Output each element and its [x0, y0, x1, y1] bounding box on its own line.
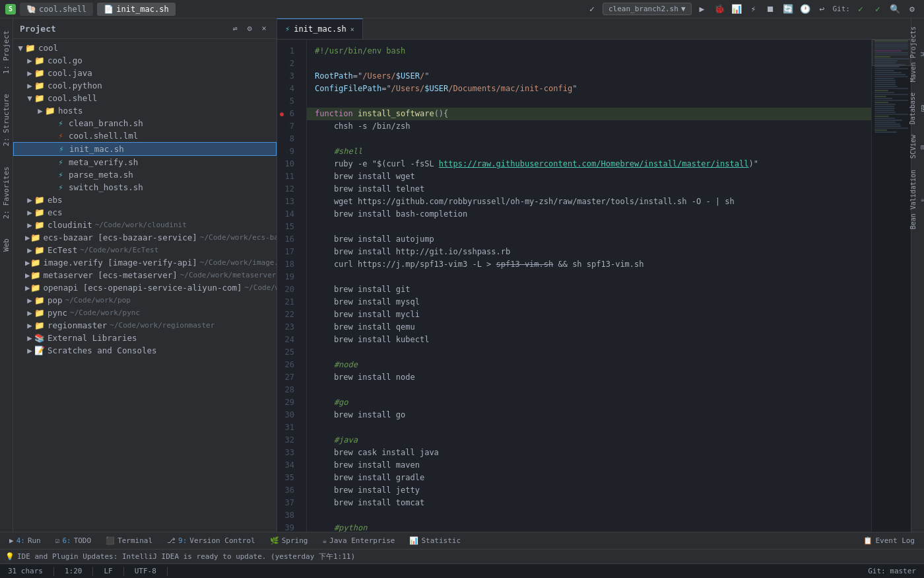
project-panel-header: Project ⇌ ⚙ × [13, 18, 277, 39]
status-chars[interactable]: 31 chars [5, 567, 46, 575]
statistic-tab-icon: 📊 [409, 536, 418, 545]
status-position[interactable]: 1:20 [62, 567, 85, 575]
tree-item-meta-verify[interactable]: ▶ ⚡ meta_verify.sh [13, 156, 277, 168]
tree-item-ecs[interactable]: ▶ 📁 ecs [13, 206, 277, 219]
maven-projects-panel[interactable]: M Maven Projects [908, 21, 925, 87]
tree-item-cool-shell[interactable]: ▼ 📁 cool.shell [13, 92, 277, 104]
panel-hide-btn[interactable]: × [258, 22, 270, 34]
tree-item-regionmaster[interactable]: ▶ 📁 regionmaster ~/Code/work/regionmaste… [13, 319, 277, 332]
tree-item-cool-go[interactable]: ▶ 📁 cool.go [13, 54, 277, 67]
tree-item-cloudinit[interactable]: ▶ 📁 cloudinit ~/Code/work/cloudinit [13, 219, 277, 231]
line-num-21: 21 [277, 296, 300, 308]
tree-item-ext-lib[interactable]: ▶ 📚 External Libraries [13, 332, 277, 344]
code-line-18: curl https://j.mp/spf13-vim3 -L > spf13-… [307, 258, 871, 271]
code-line-11: brew install wget [307, 170, 871, 183]
title-bar: S 🐚 cool.shell 📄 init_mac.sh ✓ clean_bra… [0, 0, 924, 18]
tree-item-metaserver[interactable]: ▶ 📁 metaserver [ecs-metaserver] ~/Code/w… [13, 269, 277, 281]
tree-arrow-ectest: ▶ [25, 245, 34, 255]
tree-item-parse-meta[interactable]: ▶ ⚡ parse_meta.sh [13, 168, 277, 181]
history-button[interactable]: 🕐 [799, 3, 812, 16]
git-check-icon[interactable]: ✓ [854, 3, 867, 16]
tree-item-hosts[interactable]: ▶ 📁 hosts [13, 104, 277, 117]
tree-arrow-ecs-bazaar: ▶ [25, 233, 30, 242]
tree-item-switch-hosts[interactable]: ▶ ⚡ switch_hosts.sh [13, 181, 277, 194]
tree-item-scratches[interactable]: ▶ 📝 Scratches and Consoles [13, 344, 277, 357]
code-line-22: brew install mycli [307, 308, 871, 321]
todo-tab-icon: ☑ [55, 536, 60, 545]
title-tab-init-mac[interactable]: 📄 init_mac.sh [97, 3, 175, 16]
bottom-tab-vcs[interactable]: ⎇ 9: Version Control [160, 534, 262, 547]
code-editor: 1 2 3 4 5 6 7 8 9 10 11 12 13 14 15 16 1… [277, 40, 911, 532]
undo-button[interactable]: ↩ [816, 3, 829, 16]
panel-settings-btn[interactable]: ⚙ [244, 22, 255, 34]
git-ok-icon[interactable]: ✓ [871, 3, 884, 16]
tree-item-cool-shell-lml[interactable]: ▶ ⚡ cool.shell.lml [13, 129, 277, 142]
editor-area: ⚡ init_mac.sh × 1 2 3 4 5 6 7 8 9 10 11 … [277, 18, 911, 532]
status-git[interactable]: Git: master [865, 567, 919, 575]
web-tab-label[interactable]: Web [1, 233, 12, 257]
tree-item-init-mac[interactable]: ▶ ⚡ init_mac.sh [13, 142, 277, 156]
tree-item-clean-branch[interactable]: ▶ ⚡ clean_branch.sh [13, 117, 277, 129]
project-panel-title: Project [20, 24, 56, 34]
tree-item-image-verify[interactable]: ▶ 📁 image.verify [image-verify-api] ~/Co… [13, 256, 277, 269]
tree-item-ecs-bazaar[interactable]: ▶ 📁 ecs-bazaar [ecs-bazaar-service] ~/Co… [13, 231, 277, 244]
vcs-check-icon[interactable]: ✓ [585, 3, 599, 16]
profile-button[interactable]: ⚡ [747, 3, 760, 16]
bean-validation-panel[interactable]: ☕ Bean Validation [908, 164, 925, 235]
tab-close-init-mac[interactable]: × [350, 26, 354, 33]
tree-item-pync[interactable]: ▶ 📁 pync ~/Code/work/pync [13, 307, 277, 319]
panel-collapse-btn[interactable]: ⇌ [229, 22, 241, 34]
bottom-tab-java-enterprise[interactable]: ☕ Java Enterprise [315, 534, 401, 547]
code-content[interactable]: #!/usr/bin/env bash RootPath="/Users/$US… [307, 40, 871, 532]
tab-label-init-mac: init_mac.sh [294, 24, 346, 34]
status-encoding[interactable]: UTF-8 [132, 567, 159, 575]
bottom-tab-run[interactable]: ▶ 4: Run [3, 534, 48, 547]
web-tab[interactable]: Web [0, 229, 13, 261]
status-sep-3 [123, 567, 124, 576]
tree-item-cool-python[interactable]: ▶ 📁 cool.python [13, 79, 277, 92]
project-tab[interactable]: 1: Project [0, 21, 13, 83]
tree-item-pop[interactable]: ▶ 📁 pop ~/Code/work/pop [13, 294, 277, 307]
code-line-30: brew install go [307, 409, 871, 421]
tree-arrow-cool-shell: ▼ [25, 93, 34, 103]
bottom-tab-todo[interactable]: ☑ 6: TODO [49, 534, 98, 547]
bottom-tab-spring[interactable]: 🌿 Spring [263, 534, 315, 547]
title-tab-cool-shell[interactable]: 🐚 cool.shell [20, 3, 93, 16]
tree-label-regionmaster: regionmaster [48, 320, 107, 330]
editor-tab-init-mac[interactable]: ⚡ init_mac.sh × [277, 18, 363, 39]
reload-button[interactable]: 🔄 [781, 3, 795, 16]
tree-item-cool-java[interactable]: ▶ 📁 cool.java [13, 67, 277, 79]
stop-button[interactable]: ⏹ [764, 3, 777, 16]
java-ent-tab-icon: ☕ [322, 536, 327, 545]
folder-icon-cool-python: 📁 [34, 81, 45, 90]
bottom-tab-statistic[interactable]: 📊 Statistic [403, 534, 467, 547]
run-config-selector[interactable]: clean_branch2.sh ▼ [603, 3, 692, 15]
tree-item-ebs[interactable]: ▶ 📁 ebs [13, 194, 277, 206]
folder-icon-cloudinit: 📁 [34, 220, 45, 230]
run-button[interactable]: ▶ [696, 3, 709, 16]
tree-item-openapi[interactable]: ▶ 📁 openapi [ecs-openapi-service-aliyun-… [13, 281, 277, 294]
tree-arrow-cool-go: ▶ [25, 55, 34, 65]
folder-icon-ebs: 📁 [34, 195, 45, 205]
database-panel[interactable]: 🗄 Database [908, 87, 924, 129]
favorites-tab[interactable]: 2: Favorites [0, 157, 13, 228]
search-everywhere-button[interactable]: 🔍 [888, 3, 902, 16]
notification-bar: 💡 IDE and Plugin Updates: IntelliJ IDEA … [0, 549, 924, 563]
structure-tab-label[interactable]: 2: Structure [1, 89, 12, 151]
tree-label-cool-python: cool.python [48, 81, 102, 90]
status-line-ending[interactable]: LF [101, 567, 115, 575]
bottom-tab-event-log[interactable]: 📋 Event Log [857, 534, 921, 547]
structure-tab[interactable]: 2: Structure [0, 85, 13, 155]
bottom-tab-terminal[interactable]: ⬛ Terminal [99, 534, 159, 547]
coverage-button[interactable]: 📊 [730, 3, 743, 16]
line-num-9: 9 [277, 145, 300, 158]
tree-item-ectest[interactable]: ▶ 📁 EcTest ~/Code/work/EcTest [13, 244, 277, 256]
file-tree[interactable]: ▼ 📁 cool ▶ 📁 cool.go ▶ 📁 cool.java ▶ 📁 c… [13, 39, 277, 532]
settings-button[interactable]: ⚙ [906, 3, 919, 16]
favorites-tab-label[interactable]: 2: Favorites [1, 161, 12, 224]
tree-item-cool[interactable]: ▼ 📁 cool [13, 42, 277, 54]
metaserver-path: ~/Code/work/metaserver [180, 271, 277, 279]
debug-button[interactable]: 🐞 [713, 3, 726, 16]
project-tab-label[interactable]: 1: Project [1, 25, 12, 79]
file-icon-parse-meta: ⚡ [55, 170, 66, 180]
